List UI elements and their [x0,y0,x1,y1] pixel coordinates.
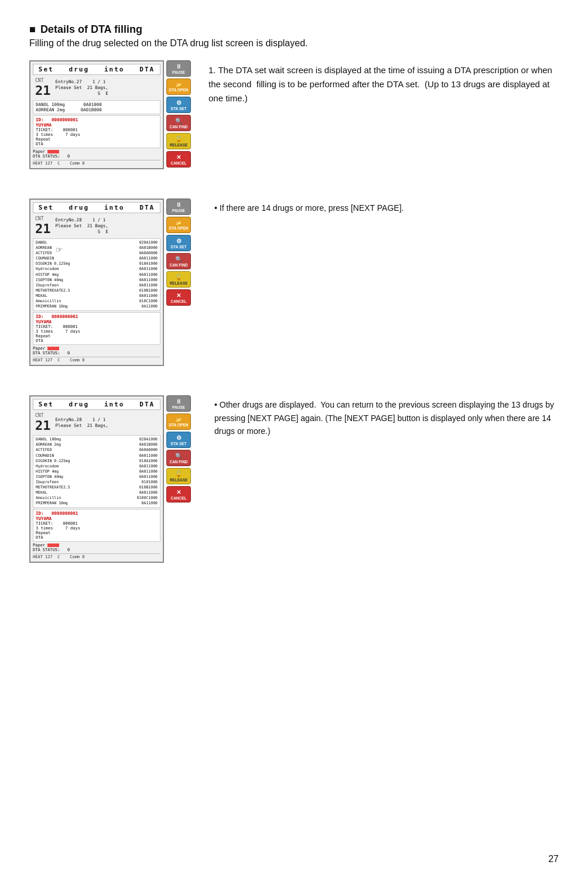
page-title: Details of DTA filling [40,23,142,36]
dta-title-1: Set drug into DTA [33,64,160,75]
release-button-3[interactable]: 🔓 RELEASE [166,468,191,484]
release-button-2[interactable]: 🔓 RELEASE [166,271,191,288]
btn-panel-1: ⏸ PAUSE 📂 DTA OPEN ⚙ DTA SET 🔍 CAN FIND … [166,60,191,169]
cancel-button-1[interactable]: ✕ CANCEL [166,151,191,167]
status-row-1: DTA STATUS: 0 [33,154,160,159]
cnt-value-1: 21 [35,83,51,98]
desc-text-3: Other drugs are displayed. You can retur… [208,398,559,437]
canfind-button-2[interactable]: 🔍 CAN FIND [166,253,191,269]
cnt-value-3: 21 [35,418,51,433]
dta-title-2: Set drug into DTA [33,202,160,213]
patient-info-3: ID: 0000000001 YUYAMA TICKET: 000001 3 t… [33,509,160,542]
dtaset-button-1[interactable]: ⚙ DTA SET [166,97,191,113]
section-1: Set drug into DTA CNT 21 EntryNo.27 1 / … [29,60,559,169]
dtaset-button-3[interactable]: ⚙ DTA SET [166,432,191,448]
status-row-2: DTA STATUS: 0 [33,351,160,355]
pause-button-3[interactable]: ⏸ PAUSE [166,395,191,412]
dta-screen-1: Set drug into DTA CNT 21 EntryNo.27 1 / … [29,60,164,169]
dta-screen-2: Set drug into DTA CNT 21 EntryNo.28 1 / … [29,199,164,366]
pause-button-1[interactable]: ⏸ PAUSE [166,60,191,77]
entry-block-3: EntryNo.28 1 / 1 Please Set 21 Bags, [56,417,108,429]
dtaopen-button-3[interactable]: 📂 DTA OPEN [166,413,191,430]
screen-wrap-2: Set drug into DTA CNT 21 EntryNo.28 1 / … [29,199,191,366]
cnt-label-3: CNT [35,413,51,418]
screen-wrap-1: Set drug into DTA CNT 21 EntryNo.27 1 / … [29,60,191,169]
paper-row-2: Paper [33,346,160,351]
desc-2: If there are 14 drugs or more, press [NE… [208,199,559,214]
drug-list-3: DANOL 100mg020A1000 AORREAN 2mg0A01B000 … [33,435,160,508]
cursor-icon-2: ☞ [56,244,62,255]
desc-3: Other drugs are displayed. You can retur… [208,395,559,437]
pause-button-2[interactable]: ⏸ PAUSE [166,199,191,215]
entry-block-2: EntryNo.28 1 / 1 Please Set 21 Bags, S E [56,217,108,234]
drug-info-1: DANOL 100mg 0A01000 AORREAN 2mg 0A01B000 [33,100,160,114]
btn-panel-3: ⏸ PAUSE 📂 DTA OPEN ⚙ DTA SET 🔍 CAN FIND … [166,395,191,563]
status-row-3: DTA STATUS: 0 [33,548,160,552]
btn-panel-2: ⏸ PAUSE 📂 DTA OPEN ⚙ DTA SET 🔍 CAN FIND … [166,199,191,366]
dtaopen-button-1[interactable]: 📂 DTA OPEN [166,78,191,95]
release-button-1[interactable]: 🔓 RELEASE [166,133,191,149]
cancel-button-2[interactable]: ✕ CANCEL [166,289,191,306]
cnt-value-2: 21 [35,221,51,236]
dta-title-3: Set drug into DTA [33,399,160,410]
patient-info-1: ID: 0000000001 YUYAMA TICKET: 000001 3 t… [33,115,160,148]
cancel-button-3[interactable]: ✕ CANCEL [166,486,191,502]
section-3: Set drug into DTA CNT 21 EntryNo.28 1 / … [29,395,559,563]
canfind-button-3[interactable]: 🔍 CAN FIND [166,450,191,466]
drug-list-2: DANOL020A1000 AORREAN0A01B000 ACTIFED0A0… [33,238,160,311]
page-number: 27 [548,854,559,864]
cnt-label-2: CNT [35,216,51,221]
desc-text-1: 1. The DTA set wait screen is displayed … [208,63,559,105]
paper-row-1: Paper [33,149,160,154]
heat-row-3: HEAT 127 C Comm 0 [33,553,160,559]
canfind-button-1[interactable]: 🔍 CAN FIND [166,115,191,131]
desc-text-2: If there are 14 drugs or more, press [NE… [208,201,559,214]
dtaset-button-2[interactable]: ⚙ DTA SET [166,235,191,251]
entry-block-1: EntryNo.27 1 / 1 Please Set 21 Bags, S E [56,79,108,96]
heat-row-1: HEAT 127 C Comm 0 [33,160,160,166]
screen-wrap-3: Set drug into DTA CNT 21 EntryNo.28 1 / … [29,395,191,563]
page-subtitle: Filling of the drug selected on the DTA … [29,38,559,49]
page-header: ■ Details of DTA filling Filling of the … [29,23,559,49]
patient-info-2: ID: 0000000001 YUYAMA TICKET: 000001 3 t… [33,312,160,345]
heat-row-2: HEAT 127 C Comm 0 [33,357,160,363]
dtaopen-button-2[interactable]: 📂 DTA OPEN [166,217,191,233]
paper-row-3: Paper [33,543,160,548]
dta-screen-3: Set drug into DTA CNT 21 EntryNo.28 1 / … [29,395,164,563]
bullet-icon: ■ [29,23,36,36]
cnt-label-1: CNT [35,78,51,83]
section-2: Set drug into DTA CNT 21 EntryNo.28 1 / … [29,199,559,366]
desc-1: 1. The DTA set wait screen is displayed … [208,60,559,105]
